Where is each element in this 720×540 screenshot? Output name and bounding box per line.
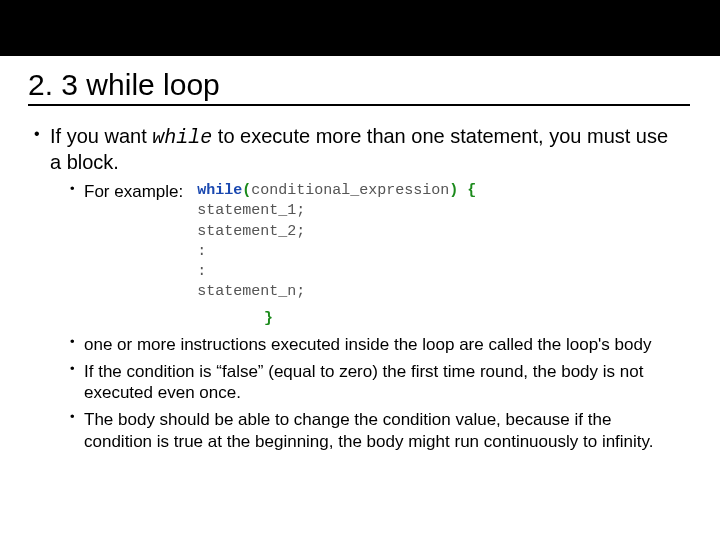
code-kw-while: while xyxy=(197,182,242,199)
body-bullet: one or more instructions executed inside… xyxy=(70,334,684,356)
infinity-bullet: The body should be able to change the co… xyxy=(70,409,684,453)
code-brace-close: } xyxy=(264,310,273,327)
code-paren-close: ) xyxy=(449,182,458,199)
code-paren-open: ( xyxy=(242,182,251,199)
example-row: For example: while(conditional_expressio… xyxy=(84,181,684,303)
code-line-6: statement_n; xyxy=(197,282,476,302)
false-condition-bullet: If the condition is “false” (equal to ze… xyxy=(70,361,684,405)
code-line-4: : xyxy=(197,242,476,262)
title-underline xyxy=(28,104,690,106)
code-close-brace-row: } xyxy=(264,309,684,329)
slide-content: 2. 3 while loop If you want while to exe… xyxy=(28,68,692,453)
slide: 2. 3 while loop If you want while to exe… xyxy=(0,0,720,540)
code-line-3: statement_2; xyxy=(197,222,476,242)
example-bullet: For example: while(conditional_expressio… xyxy=(70,181,684,329)
bullet-list-level1: If you want while to execute more than o… xyxy=(28,124,692,453)
code-line-1: while(conditional_expression) { xyxy=(197,181,476,201)
while-keyword: while xyxy=(152,126,212,149)
slide-title: 2. 3 while loop xyxy=(28,68,692,102)
code-line-5: : xyxy=(197,262,476,282)
main-bullet: If you want while to execute more than o… xyxy=(34,124,684,453)
top-black-bar xyxy=(0,0,720,56)
code-cond: conditional_expression xyxy=(251,182,449,199)
code-brace-open: { xyxy=(458,182,476,199)
code-block: while(conditional_expression) { statemen… xyxy=(197,181,476,303)
example-label: For example: xyxy=(84,181,183,203)
main-bullet-prefix: If you want xyxy=(50,125,152,147)
bullet-list-level2: For example: while(conditional_expressio… xyxy=(50,181,684,453)
code-line-2: statement_1; xyxy=(197,201,476,221)
